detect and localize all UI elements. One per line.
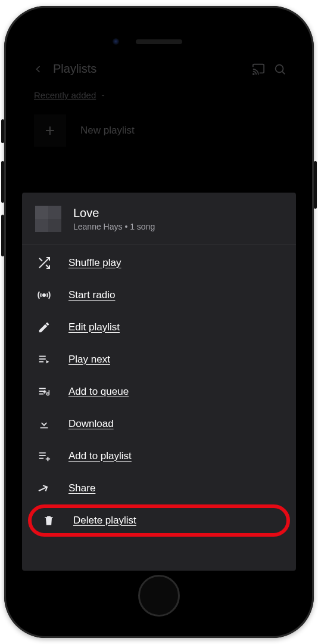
menu-share[interactable]: Share — [22, 472, 296, 504]
menu-label: Share — [68, 482, 95, 494]
cast-icon[interactable] — [252, 63, 265, 76]
svg-rect-4 — [39, 356, 46, 357]
sheet-header: Love Leanne Hays • 1 song — [22, 193, 296, 244]
radio-icon — [36, 287, 52, 303]
menu-add-to-queue[interactable]: Add to queue — [22, 376, 296, 408]
svg-rect-14 — [39, 455, 46, 456]
svg-rect-9 — [39, 394, 43, 395]
volume-up-button — [1, 161, 4, 203]
play-next-icon — [36, 352, 52, 367]
shuffle-icon — [36, 255, 52, 271]
svg-point-1 — [276, 64, 283, 72]
playlist-thumbnail — [35, 206, 61, 232]
trash-icon — [41, 513, 57, 528]
mute-switch — [1, 119, 4, 143]
home-button[interactable] — [138, 575, 180, 617]
playlists-page: Playlists Recently added + New playlist — [22, 41, 296, 157]
share-icon — [36, 481, 52, 496]
menu-label: Start radio — [68, 289, 115, 301]
menu-label: Download — [68, 418, 114, 430]
new-playlist-button[interactable]: + New playlist — [28, 112, 290, 157]
phone-frame: Playlists Recently added + New playlist — [4, 6, 314, 638]
svg-rect-12 — [40, 428, 48, 429]
menu-delete-playlist[interactable]: Delete playlist — [28, 504, 290, 537]
menu-label: Shuffle play — [68, 257, 121, 269]
menu-shuffle-play[interactable]: Shuffle play — [22, 247, 296, 279]
sort-label: Recently added — [34, 90, 96, 100]
menu-label: Delete playlist — [73, 515, 136, 527]
back-icon[interactable] — [32, 63, 45, 76]
svg-rect-5 — [39, 358, 46, 360]
menu-label: Add to playlist — [68, 450, 132, 462]
svg-rect-13 — [39, 453, 46, 454]
menu-download[interactable]: Download — [22, 408, 296, 440]
menu-play-next[interactable]: Play next — [22, 343, 296, 376]
svg-point-0 — [253, 73, 254, 75]
queue-icon — [36, 384, 52, 400]
svg-rect-11 — [49, 390, 49, 394]
menu-label: Edit playlist — [68, 321, 120, 333]
screen: Playlists Recently added + New playlist — [22, 41, 296, 571]
download-icon — [36, 416, 52, 432]
power-button — [314, 161, 317, 209]
playlist-add-icon — [36, 448, 52, 464]
plus-icon: + — [34, 114, 66, 147]
menu-add-to-playlist[interactable]: Add to playlist — [22, 440, 296, 472]
svg-point-3 — [43, 294, 45, 296]
volume-down-button — [1, 215, 4, 256]
svg-rect-6 — [39, 361, 43, 363]
menu-label: Play next — [68, 354, 110, 366]
new-playlist-label: New playlist — [80, 125, 135, 137]
sheet-title: Love — [73, 206, 155, 220]
playlist-actions-sheet: Love Leanne Hays • 1 song Shuffle play — [22, 193, 296, 571]
search-icon[interactable] — [273, 63, 286, 76]
menu-list: Shuffle play Start radio Edit playlist — [22, 244, 296, 545]
svg-line-2 — [282, 72, 285, 74]
page-title: Playlists — [53, 62, 244, 76]
sheet-subtitle: Leanne Hays • 1 song — [73, 222, 155, 231]
sort-dropdown[interactable]: Recently added — [28, 86, 290, 112]
svg-rect-7 — [39, 388, 46, 389]
menu-start-radio[interactable]: Start radio — [22, 279, 296, 311]
menu-edit-playlist[interactable]: Edit playlist — [22, 311, 296, 343]
chevron-down-icon — [99, 92, 107, 99]
svg-rect-15 — [39, 458, 43, 459]
pencil-icon — [36, 320, 52, 335]
app-header: Playlists — [28, 62, 290, 86]
menu-label: Add to queue — [68, 386, 129, 398]
